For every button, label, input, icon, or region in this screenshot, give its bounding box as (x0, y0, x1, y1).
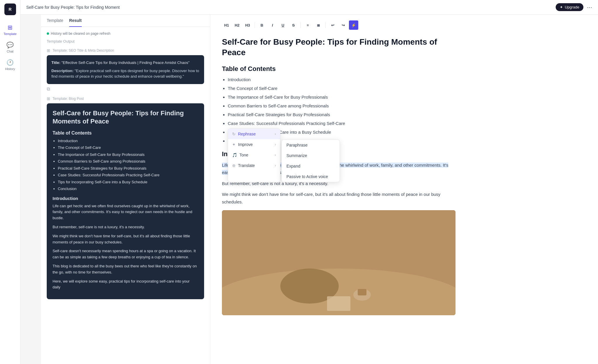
upgrade-icon: ✦ (560, 5, 563, 9)
notice-dot (47, 32, 49, 35)
blog-image (222, 210, 456, 315)
blog-para-2: But remember, self-care is not a luxury,… (53, 224, 198, 230)
rephrase-label: ↻ Rephrase (232, 132, 256, 136)
left-panel: Template Result History will be cleared … (41, 15, 210, 364)
chat-icon: 💬 (6, 41, 14, 48)
list-item: Practical Self-Care Strategies for Busy … (58, 166, 198, 171)
toolbar-sep-1 (255, 22, 255, 28)
menu-item-improve[interactable]: ✦ Improve › (228, 139, 280, 150)
blog-grid-icon: ⊞ (47, 96, 50, 101)
right-panel: H1 H2 H3 B I U S ≡ ≣ ↩ ↪ ⚡ Self-Care for… (210, 15, 598, 364)
blog-para-6: Here, we will explore some easy, practic… (53, 278, 198, 291)
toolbar-bold[interactable]: B (257, 20, 267, 30)
topbar: Self-Care for Busy People: Tips for Find… (20, 0, 598, 15)
context-menu: ↻ Rephrase › ✦ Improve › 🎵 Tone (228, 128, 280, 182)
logo-letter: R (8, 7, 11, 12)
tone-chevron: › (275, 153, 276, 157)
page-title: Self-Care for Busy People: Tips for Find… (26, 5, 120, 10)
menu-item-tone[interactable]: 🎵 Tone › (228, 150, 280, 160)
rephrase-chevron: › (275, 132, 276, 136)
list-item: Tips for Incorporating Self-Care into a … (58, 179, 198, 185)
app-logo[interactable]: R (4, 4, 16, 15)
toolbar-ul[interactable]: ≡ (303, 20, 312, 30)
list-item: Conclusion (58, 186, 198, 192)
translate-label: ⊕ Translate (232, 163, 255, 168)
left-panel-content: History will be cleared on page refresh … (41, 27, 210, 364)
toolbar-italic[interactable]: I (268, 20, 277, 30)
toolbar-redo[interactable]: ↪ (338, 20, 348, 30)
list-item: The Concept of Self-Care (58, 145, 198, 151)
list-item: Introduction (228, 76, 456, 83)
submenu-passive-active[interactable]: Passive to Active voice (282, 171, 340, 182)
blog-header: ⊞ Template: Blog Post (47, 96, 204, 101)
tab-result[interactable]: Result (69, 15, 82, 27)
svg-rect-6 (222, 210, 456, 315)
translate-chevron: › (275, 163, 276, 168)
toolbar-h2[interactable]: H2 (232, 20, 242, 30)
toolbar-underline[interactable]: U (278, 20, 288, 30)
blog-title: Self-Care for Busy People: Tips for Find… (53, 109, 198, 126)
blog-para-3: We might think we don't have time for se… (53, 233, 198, 245)
blog-card: Self-Care for Busy People: Tips for Find… (47, 103, 204, 299)
menu-item-rephrase[interactable]: ↻ Rephrase › (228, 129, 280, 139)
seo-card: Title: "Effective Self-Care Tips for Bus… (47, 55, 204, 84)
list-item: Common Barriers to Self-Care among Profe… (58, 159, 198, 164)
list-item: The Concept of Self-Care (228, 85, 456, 92)
list-item: Introduction (58, 138, 198, 144)
toolbar-sep-2 (300, 22, 301, 28)
toolbar-undo[interactable]: ↩ (328, 20, 337, 30)
seo-copy-button[interactable]: ⧉ (47, 86, 50, 92)
toolbar-ol[interactable]: ≣ (314, 20, 323, 30)
translate-icon: ⊕ (232, 163, 236, 168)
history-notice: History will be cleared on page refresh (47, 32, 204, 36)
sidebar-item-history[interactable]: 🕐 History (0, 56, 20, 74)
upgrade-button[interactable]: ✦ Upgrade (556, 3, 583, 11)
improve-icon: ✦ (232, 142, 236, 147)
toolbar-sep-3 (325, 22, 326, 28)
toolbar-ai[interactable]: ⚡ (349, 20, 358, 30)
blog-image-svg (222, 210, 456, 315)
list-item: Case Studies: Successful Professionals P… (228, 120, 456, 127)
blog-intro-heading: Introduction (53, 196, 198, 201)
seo-section: ⊞ Template: SEO Title & Meta Description… (47, 48, 204, 92)
list-item: Case Studies: Successful Professionals P… (58, 172, 198, 178)
toolbar-h1[interactable]: H1 (222, 20, 231, 30)
seo-desc-text: Description: "Explore practical self-car… (51, 68, 199, 79)
list-item: The Importance of Self-Care for Busy Pro… (228, 94, 456, 101)
blog-toc-list: Introduction The Concept of Self-Care Th… (53, 138, 198, 192)
rephrase-submenu: Paraphrase Summarize Expand Passive to A… (281, 140, 340, 182)
improve-chevron: › (275, 142, 276, 147)
editor-toolbar: H1 H2 H3 B I U S ≡ ≣ ↩ ↪ ⚡ (222, 20, 586, 30)
blog-para-5: This blog is dedicated to all the busy b… (53, 263, 198, 276)
blog-toc-heading: Table of Contents (53, 130, 198, 136)
toc-heading: Table of Contents (222, 65, 456, 73)
more-button[interactable]: ⋯ (587, 4, 592, 11)
tabs-row: Template Result (41, 15, 210, 27)
blog-para-1: Life can get hectic and we often find ou… (53, 203, 198, 221)
main-content: Template Result History will be cleared … (41, 15, 598, 364)
list-item: Common Barriers to Self-Care among Profe… (228, 102, 456, 109)
tone-label: 🎵 Tone (232, 153, 248, 157)
context-menu-container: ↻ Rephrase › ✦ Improve › 🎵 Tone (228, 128, 340, 182)
topbar-actions: ✦ Upgrade ⋯ (556, 3, 592, 11)
article-title: Self-Care for Busy People: Tips for Find… (222, 37, 456, 58)
article-para-3: We might think we don't have time for se… (222, 191, 456, 205)
sidebar-item-template[interactable]: ⊞ Template (0, 21, 20, 39)
template-icon: ⊞ (8, 24, 13, 31)
menu-item-translate[interactable]: ⊕ Translate › (228, 160, 280, 171)
seo-grid-icon: ⊞ (47, 48, 50, 53)
toolbar-h3[interactable]: H3 (243, 20, 252, 30)
history-icon: 🕐 (6, 59, 14, 66)
seo-header: ⊞ Template: SEO Title & Meta Description (47, 48, 204, 53)
rephrase-icon: ↻ (232, 132, 236, 136)
toolbar-strikethrough[interactable]: S (289, 20, 298, 30)
tab-template[interactable]: Template (47, 15, 63, 27)
submenu-expand[interactable]: Expand (282, 161, 340, 171)
list-item: Practical Self-Care Strategies for Busy … (228, 111, 456, 118)
submenu-paraphrase[interactable]: Paraphrase (282, 140, 340, 150)
template-output-label: Template Output (47, 39, 204, 43)
sidebar-item-chat[interactable]: 💬 Chat (0, 39, 20, 56)
submenu-summarize[interactable]: Summarize (282, 150, 340, 161)
blog-section: ⊞ Template: Blog Post Self-Care for Busy… (47, 96, 204, 299)
seo-title-text: Title: "Effective Self-Care Tips for Bus… (51, 60, 199, 66)
